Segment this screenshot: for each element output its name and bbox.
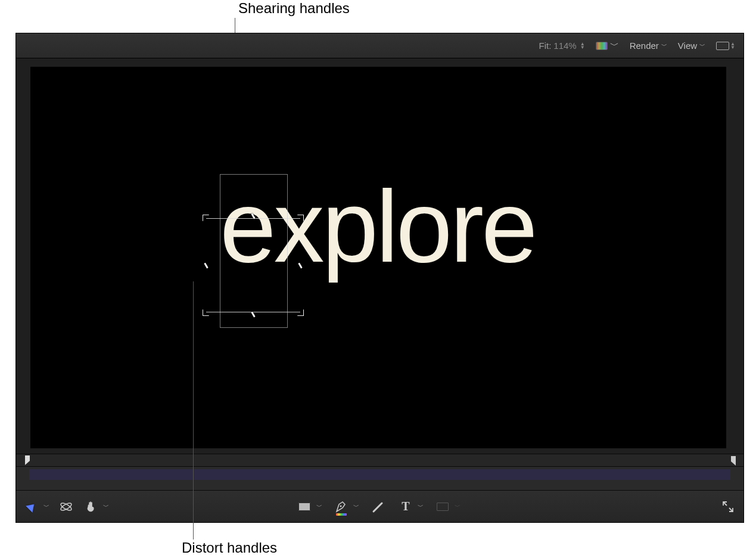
- expand-arrows-icon: [722, 501, 734, 513]
- distort-handle[interactable]: [297, 309, 304, 316]
- text-t-icon: T: [402, 500, 409, 513]
- viewer-toolbar: Fit: 114% ▲▼ ﹀ Render ﹀ View ﹀ ▲▼: [16, 33, 743, 58]
- timeline-ruler[interactable]: [16, 454, 743, 467]
- brush-icon: [371, 500, 385, 514]
- distort-handle[interactable]: [203, 309, 209, 316]
- mini-timeline[interactable]: Sequence Text: [16, 454, 743, 490]
- atom-orbit-icon: [59, 500, 73, 514]
- pen-nib-icon: [334, 500, 349, 514]
- text-tool[interactable]: T: [397, 498, 414, 515]
- view-label: View: [678, 41, 697, 51]
- zoom-fit-control[interactable]: Fit: 114% ▲▼: [539, 41, 584, 51]
- fit-label: Fit:: [539, 41, 551, 51]
- fit-value: 114%: [553, 41, 576, 51]
- canvas[interactable]: explore: [30, 67, 726, 448]
- canvas-region[interactable]: explore: [16, 58, 743, 454]
- color-spectrum-icon: [596, 42, 608, 50]
- paint-stroke-tool[interactable]: [370, 498, 387, 515]
- color-underline-icon: [336, 513, 347, 516]
- chevron-down-icon[interactable]: ﹀: [43, 503, 49, 511]
- timeline-track-bg: [29, 469, 730, 480]
- distort-handle[interactable]: [203, 215, 209, 221]
- layout-box-icon: [716, 42, 729, 50]
- shape-mask-tool-disabled: [434, 498, 451, 515]
- select-tool[interactable]: [23, 498, 40, 515]
- annotation-shearing: Shearing handles: [238, 0, 350, 17]
- chevron-down-icon: ﹀: [699, 42, 705, 50]
- rectangle-icon: [298, 503, 310, 511]
- chevron-down-icon[interactable]: ﹀: [353, 503, 359, 511]
- color-channel-menu[interactable]: ﹀: [596, 40, 619, 51]
- view-menu[interactable]: View ﹀: [678, 41, 705, 51]
- chevron-down-icon[interactable]: ﹀: [316, 503, 322, 511]
- chevron-down-icon: ﹀: [455, 503, 461, 511]
- 3d-transform-tool[interactable]: [58, 498, 74, 515]
- canvas-text-layer[interactable]: explore: [220, 168, 536, 285]
- stepper-icon: ▲▼: [730, 42, 735, 49]
- annotation-distort: Distort handles: [182, 540, 277, 556]
- rectangle-mask-tool[interactable]: [296, 498, 313, 515]
- callout-line-bottom: [193, 281, 194, 540]
- app-window: Fit: 114% ▲▼ ﹀ Render ﹀ View ﹀ ▲▼ explor…: [15, 33, 744, 523]
- fullscreen-toggle[interactable]: [720, 498, 736, 515]
- pan-tool[interactable]: [83, 498, 99, 515]
- chevron-down-icon: ﹀: [661, 42, 667, 50]
- chevron-down-icon[interactable]: ﹀: [418, 503, 424, 511]
- chevron-down-icon[interactable]: ﹀: [103, 503, 109, 511]
- render-menu[interactable]: Render ﹀: [630, 41, 667, 51]
- playhead-end-marker[interactable]: [728, 455, 736, 468]
- hand-icon: [85, 500, 98, 513]
- rectangle-outline-icon: [437, 503, 449, 511]
- shear-handle[interactable]: [251, 311, 256, 317]
- stepper-icon: ▲▼: [580, 42, 585, 49]
- chevron-down-icon: ﹀: [610, 40, 619, 51]
- bezier-tool[interactable]: [333, 498, 350, 515]
- svg-point-2: [340, 505, 342, 507]
- canvas-tool-toolbar: ﹀ ﹀ ﹀: [16, 490, 743, 522]
- shear-handle[interactable]: [204, 262, 209, 268]
- playhead-start-marker[interactable]: [24, 455, 33, 466]
- arrow-cursor-icon: [26, 501, 38, 513]
- render-label: Render: [630, 41, 659, 51]
- viewer-layout-menu[interactable]: ▲▼: [716, 42, 735, 50]
